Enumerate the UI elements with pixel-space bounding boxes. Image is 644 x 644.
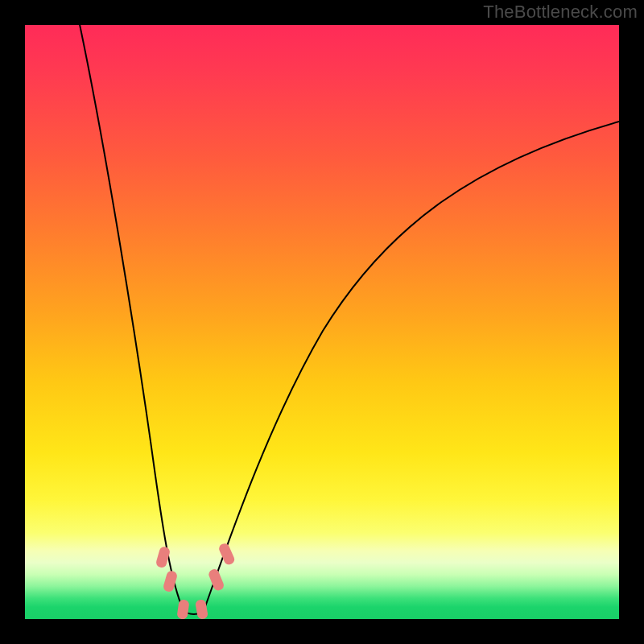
curve-layer — [25, 25, 619, 619]
marker-right-lower — [208, 568, 225, 592]
curve-left-branch — [78, 25, 184, 611]
chart-canvas: TheBottleneck.com — [0, 0, 644, 644]
plot-area — [25, 25, 619, 619]
watermark-text: TheBottleneck.com — [483, 2, 638, 23]
marker-valley-left — [176, 599, 189, 619]
curve-right-branch — [204, 122, 619, 611]
